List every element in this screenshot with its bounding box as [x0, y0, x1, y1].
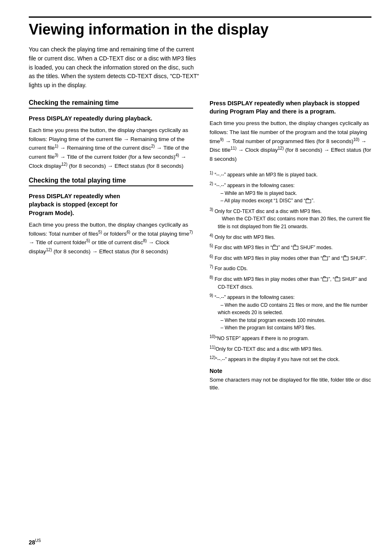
- section1-subheading: Press DISPLAY repeatedly during playback…: [29, 114, 193, 123]
- section3-body: Each time you press the button, the disp…: [210, 119, 371, 163]
- footnote-5: 5) For disc with MP3 files in “” and “ S…: [210, 243, 371, 252]
- section2-body: Each time you press the button, the disp…: [29, 220, 193, 256]
- footnote-9: 9) “--.--” appears in the following case…: [210, 292, 371, 332]
- note-heading: Note: [210, 368, 371, 374]
- footnote-4: 4) Only for disc with MP3 files.: [210, 232, 371, 241]
- left-column: Checking the remaining time Press DISPLA…: [29, 99, 193, 392]
- section2-subheading: Press DISPLAY repeatedly when playback i…: [29, 192, 193, 217]
- footnote-7: 7) For audio CDs.: [210, 264, 371, 273]
- footnote-12: 12)“--.--” appears in the display if you…: [210, 354, 371, 364]
- page-title: Viewing information in the display: [29, 21, 371, 38]
- footnote-6: 6) For disc with MP3 files in play modes…: [210, 253, 371, 262]
- page-number: 28US: [29, 539, 41, 546]
- footnote-11: 11)Only for CD-TEXT disc and a disc with…: [210, 344, 371, 353]
- two-column-layout: Checking the remaining time Press DISPLA…: [29, 99, 371, 392]
- footnote-8: 8) For disc with MP3 files in play modes…: [210, 274, 371, 291]
- page: Viewing information in the display You c…: [0, 0, 392, 558]
- section1-heading: Checking the remaining time: [29, 99, 193, 109]
- footnote-3: 3) Only for CD-TEXT disc and a disc with…: [210, 206, 371, 231]
- section1-body: Each time you press the button, the disp…: [29, 126, 193, 170]
- right-column: Press DISPLAY repeatedly when playback i…: [210, 99, 371, 392]
- footnote-10: 10)“NO STEP” appears if there is no prog…: [210, 333, 371, 343]
- footnote-1: 1) “--.--” appears while an MP3 file is …: [210, 170, 371, 179]
- footnote-2: 2) “--.--” appears in the following case…: [210, 181, 371, 205]
- note-text: Some characters may not be displayed for…: [210, 376, 371, 392]
- section2-heading: Checking the total playing time: [29, 177, 193, 186]
- section3-subheading: Press DISPLAY repeatedly when playback i…: [210, 99, 371, 116]
- top-rule: [29, 16, 371, 18]
- footnote-list: 1) “--.--” appears while an MP3 file is …: [210, 170, 371, 363]
- intro-paragraph: You can check the playing time and remai…: [29, 45, 201, 90]
